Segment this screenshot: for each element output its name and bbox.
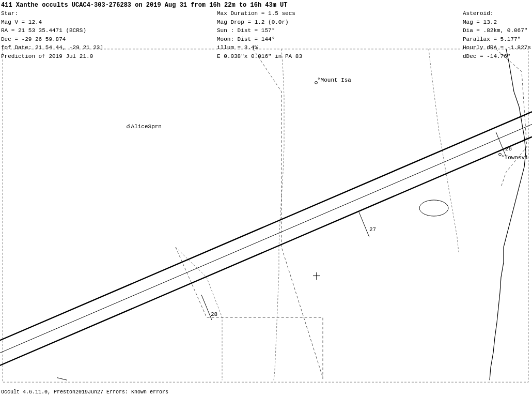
svg-text:°AliceSprn: °AliceSprn <box>128 124 162 130</box>
max-duration: Max Duration = 1.5 secs <box>217 9 302 18</box>
moon-dist: Moon: Dist = 144° <box>217 35 302 44</box>
svg-text:28: 28 <box>211 311 217 317</box>
svg-text:27: 27 <box>369 226 376 233</box>
svg-line-6 <box>201 295 212 320</box>
svg-rect-0 <box>3 49 528 382</box>
svg-point-8 <box>419 200 448 216</box>
asteroid-label: Asteroid: <box>463 9 531 18</box>
asteroid-dia: Dia = .82km, 0.067" <box>463 26 531 35</box>
svg-line-1 <box>0 112 532 342</box>
svg-text:26: 26 <box>505 146 512 152</box>
footer-text: Occult 4.6.11.0, Preston2019Jun27 Errors… <box>1 389 168 395</box>
svg-line-2 <box>0 137 532 368</box>
mag-drop: Mag Drop = 1.2 (0.0r) <box>217 18 302 27</box>
asteroid-mag: Mag = 13.2 <box>463 18 531 27</box>
dec: Dec = -29 26 59.874 <box>1 35 103 44</box>
footer: Occult 4.6.11.0, Preston2019Jun27 Errors… <box>1 389 168 395</box>
map-area: °Mount Isa °AliceSprn °Townsvi 26 27 28 … <box>0 47 532 386</box>
header: 411 Xanthe occults UCAC4-303-276283 on 2… <box>1 1 531 10</box>
svg-line-4 <box>496 132 506 157</box>
svg-line-3 <box>0 124 532 355</box>
title-line: 411 Xanthe occults UCAC4-303-276283 on 2… <box>1 1 531 10</box>
sun-dist: Sun : Dist = 157° <box>217 26 302 35</box>
ra: RA = 21 53 35.4471 (BCRS) <box>1 26 103 35</box>
mag-v: Mag V = 12.4 <box>1 18 103 27</box>
star-label: Star: <box>1 9 103 18</box>
svg-line-5 <box>359 212 369 237</box>
svg-text:°Mount Isa: °Mount Isa <box>317 77 351 83</box>
parallax: Parallax = 5.177" <box>463 35 531 44</box>
svg-line-7 <box>57 377 67 380</box>
svg-text:°Townsvi: °Townsvi <box>501 155 528 161</box>
